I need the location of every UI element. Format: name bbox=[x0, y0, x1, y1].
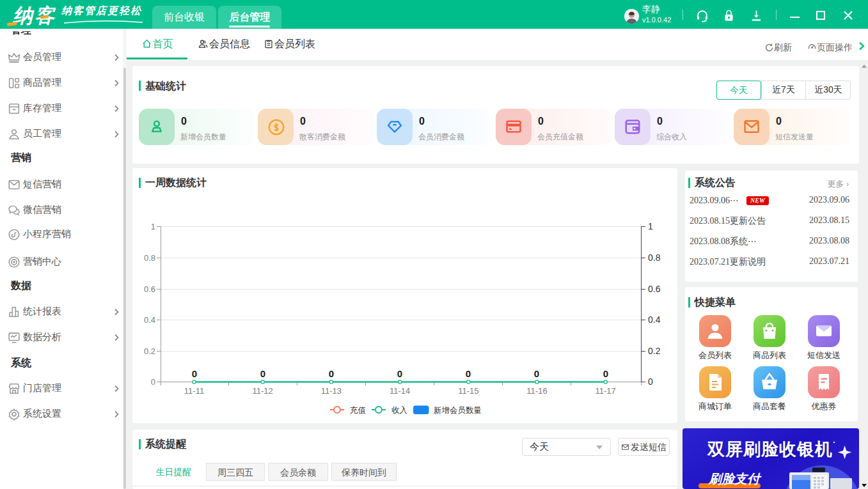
svg-text:0: 0 bbox=[192, 368, 197, 379]
svg-text:0: 0 bbox=[648, 376, 653, 387]
svg-text:收入: 收入 bbox=[391, 406, 408, 415]
svg-text:11-17: 11-17 bbox=[596, 386, 616, 396]
svg-text:0: 0 bbox=[260, 368, 265, 379]
svg-text:充值: 充值 bbox=[350, 406, 366, 415]
svg-text:0.4: 0.4 bbox=[144, 315, 155, 325]
svg-text:11-16: 11-16 bbox=[526, 386, 547, 396]
svg-text:1: 1 bbox=[151, 222, 155, 231]
svg-text:0.4: 0.4 bbox=[648, 314, 661, 325]
svg-text:11-15: 11-15 bbox=[458, 386, 478, 396]
svg-text:0: 0 bbox=[534, 368, 539, 379]
svg-text:0.8: 0.8 bbox=[144, 253, 155, 263]
svg-text:11-11: 11-11 bbox=[184, 386, 204, 396]
svg-text:1: 1 bbox=[648, 221, 653, 231]
svg-text:11-14: 11-14 bbox=[390, 386, 410, 396]
svg-text:新增会员数量: 新增会员数量 bbox=[434, 406, 482, 415]
svg-text:0.6: 0.6 bbox=[648, 284, 661, 294]
svg-text:0.2: 0.2 bbox=[648, 346, 661, 356]
svg-text:0: 0 bbox=[151, 377, 155, 387]
svg-text:11-13: 11-13 bbox=[321, 386, 342, 396]
svg-text:0.8: 0.8 bbox=[648, 252, 661, 263]
svg-text:0: 0 bbox=[466, 368, 471, 379]
svg-text:0.6: 0.6 bbox=[144, 284, 155, 294]
svg-text:0: 0 bbox=[603, 368, 608, 379]
svg-text:0: 0 bbox=[329, 368, 334, 379]
svg-text:11-12: 11-12 bbox=[253, 386, 273, 396]
svg-text:0: 0 bbox=[397, 368, 402, 379]
svg-text:0.2: 0.2 bbox=[144, 346, 155, 356]
